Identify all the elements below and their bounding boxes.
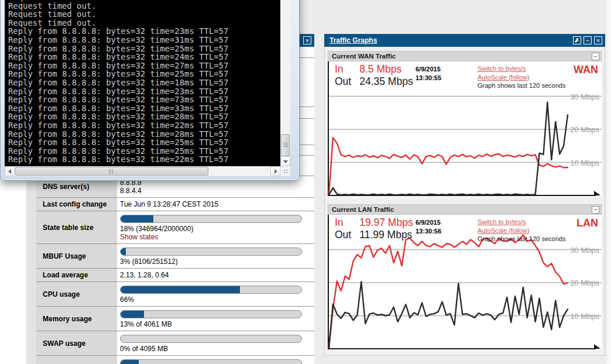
wan-graph-controls: Switch to bytes/s AutoScale (follow) Gra… xyxy=(478,64,565,90)
table-row-last-config-change: Last config change Tue Jun 9 13:28:47 CE… xyxy=(36,198,314,211)
row-label: CPU usage xyxy=(36,282,117,306)
progress-bar xyxy=(120,359,302,364)
svg-text:20 Mbps: 20 Mbps xyxy=(570,125,599,134)
lan-traffic-graph: 30 Mbps20 Mbps10 Mbps In 19.97 Mbps Out … xyxy=(328,215,602,351)
wan-section-bar: Current WAN Traffic − xyxy=(328,51,602,61)
svg-text:30 Mbps: 30 Mbps xyxy=(570,246,599,255)
lan-section-bar: Current LAN Traffic − xyxy=(328,204,602,215)
lan-in-value: 19.97 Mbps xyxy=(351,217,413,229)
row-value: 0% of 4095 MB xyxy=(117,331,314,355)
arrow-right-icon xyxy=(274,169,277,174)
row-value: 66% xyxy=(117,282,314,306)
table-row-mbuf-usage: MBUF Usage 3% (8106/251512) xyxy=(36,244,314,269)
autoscale-link[interactable]: AutoScale (follow) xyxy=(478,226,565,235)
switch-to-bytes-link[interactable]: Switch to bytes/s xyxy=(478,218,565,226)
lan-graph-timestamp: 6/9/2015 13:30:56 xyxy=(416,218,441,236)
lan-interface-label: LAN xyxy=(576,217,598,229)
row-label: Memory usage xyxy=(36,307,117,331)
table-row-cpu-usage: CPU usage 66% xyxy=(36,282,314,307)
scroll-right-button[interactable] xyxy=(270,166,280,176)
terminal-line-list: Request timed out.Request timed out.Requ… xyxy=(8,2,228,164)
terminal-vertical-scrollbar[interactable] xyxy=(280,0,290,166)
progress-bar xyxy=(120,215,302,223)
row-label: State table size xyxy=(36,211,117,243)
lan-out-value: 11.99 Mbps xyxy=(351,229,413,241)
progress-bar xyxy=(120,335,302,343)
row-label: SWAP usage xyxy=(36,331,117,355)
minimize-icon[interactable]: − xyxy=(583,36,592,44)
scroll-down-button[interactable] xyxy=(280,156,290,166)
row-value: 18% (346964/2000000) Show states xyxy=(117,211,314,243)
scroll-left-button[interactable] xyxy=(5,166,15,176)
minimize-icon[interactable]: − xyxy=(592,53,599,60)
wan-interface-label: WAN xyxy=(574,64,598,76)
svg-text:20 Mbps: 20 Mbps xyxy=(570,279,599,287)
window-resize-grip[interactable] xyxy=(280,166,290,176)
graph-window-note: Graph shows last 120 seconds xyxy=(478,235,565,242)
row-value: / (ufs): 10% of 5.8G /var/run (ufs in RA… xyxy=(117,356,314,364)
minimize-icon[interactable]: − xyxy=(592,206,599,214)
svg-text:30 Mbps: 30 Mbps xyxy=(570,92,599,101)
table-row-disk-usage: Disk usage / (ufs): 10% of 5.8G /var/run… xyxy=(36,356,314,364)
progress-bar xyxy=(120,310,302,318)
row-value: Tue Jun 9 13:28:47 CEST 2015 xyxy=(117,198,314,211)
settings-wrench-icon[interactable] xyxy=(573,36,581,44)
graph-window-note: Graph shows last 120 seconds xyxy=(478,82,565,89)
arrow-left-icon xyxy=(8,169,11,174)
wrench-icon xyxy=(574,37,580,43)
close-icon[interactable]: × xyxy=(594,36,602,44)
arrow-down-icon xyxy=(283,160,288,163)
horizontal-scrollbar-thumb[interactable] xyxy=(15,167,208,176)
row-label: Last config change xyxy=(36,198,117,211)
wan-out-value: 24.35 Mbps xyxy=(351,75,413,88)
show-states-link[interactable]: Show states xyxy=(120,233,311,241)
lan-graph-controls: Switch to bytes/s AutoScale (follow) Gra… xyxy=(478,218,565,243)
row-label: Load average xyxy=(36,269,117,281)
terminal-output: Request timed out. Request timed out.Req… xyxy=(5,0,280,166)
table-row-memory-usage: Memory usage 13% of 4061 MB xyxy=(36,307,314,331)
page-scrollbar-track[interactable] xyxy=(607,0,611,364)
row-value: 13% of 4061 MB xyxy=(117,307,314,331)
pfsense-dashboard-screen: { "colors": { "widget_header_blue": "#0b… xyxy=(0,0,611,364)
autoscale-link[interactable]: AutoScale (follow) xyxy=(478,73,565,82)
terminal-horizontal-scrollbar[interactable] xyxy=(5,166,280,176)
svg-text:10 Mbps: 10 Mbps xyxy=(570,159,599,167)
traffic-graphs-widget: Traffic Graphs − × Current WAN Traffic −… xyxy=(324,34,605,356)
wan-in-value: 8.5 Mbps xyxy=(351,63,413,75)
vertical-scrollbar-thumb[interactable] xyxy=(281,134,290,156)
command-prompt-window[interactable]: Request timed out. Request timed out.Req… xyxy=(0,0,300,181)
table-row-swap-usage: SWAP usage 0% of 4095 MB xyxy=(36,331,314,356)
wan-traffic-graph: 30 Mbps20 Mbps10 Mbps In 8.5 Mbps Out 24… xyxy=(328,61,602,197)
progress-bar xyxy=(120,286,302,294)
table-row-state-table-size: State table size 18% (346964/2000000) Sh… xyxy=(36,211,314,244)
row-label: MBUF Usage xyxy=(36,244,117,268)
progress-bar xyxy=(120,248,302,256)
row-value: 3% (8106/251512) xyxy=(117,244,314,268)
traffic-graphs-header: Traffic Graphs − × xyxy=(324,34,605,47)
wan-inout-readout: In 8.5 Mbps Out 24.35 Mbps xyxy=(332,63,413,88)
lan-inout-readout: In 19.97 Mbps Out 11.99 Mbps xyxy=(332,217,413,241)
traffic-graphs-title-link[interactable]: Traffic Graphs xyxy=(329,36,377,44)
wan-graph-timestamp: 6/9/2015 13:30:55 xyxy=(416,65,441,83)
terminal-lines: Request timed out. Request timed out.Req… xyxy=(8,0,228,164)
traffic-graphs-body: Current WAN Traffic − 30 Mbps20 Mbps10 M… xyxy=(324,47,605,356)
row-value: 2.13, 1.28, 0.64 xyxy=(117,269,314,281)
table-row-load-average: Load average 2.13, 1.28, 0.64 xyxy=(36,269,314,282)
row-label: Disk usage xyxy=(36,356,117,364)
svg-text:10 Mbps: 10 Mbps xyxy=(570,312,599,321)
close-icon[interactable]: × xyxy=(303,36,311,44)
switch-to-bytes-link[interactable]: Switch to bytes/s xyxy=(478,64,565,73)
